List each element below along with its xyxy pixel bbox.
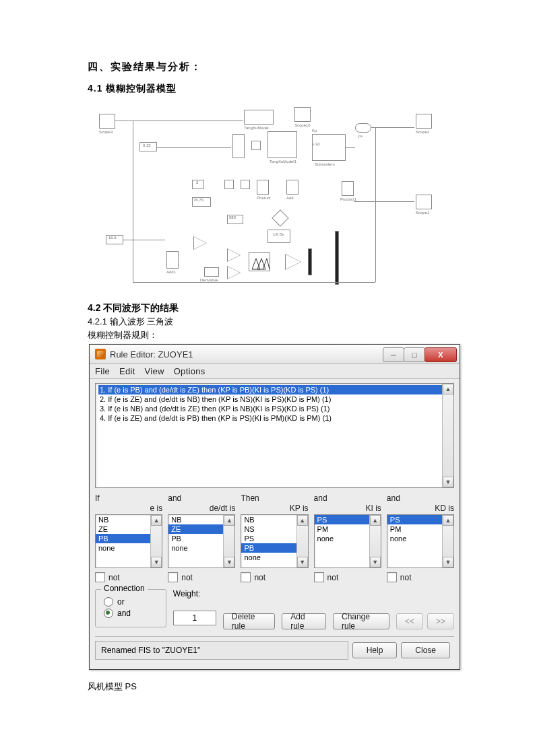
menu-view[interactable]: View [145, 366, 164, 376]
titlebar[interactable]: Rule Editor: ZUOYE1 ─ □ X [90, 345, 460, 364]
col-top-label: and [314, 493, 381, 503]
menu-edit[interactable]: Edit [119, 366, 135, 376]
add-rule-button[interactable]: Add rule [282, 613, 326, 629]
rule-editor-dialog: Rule Editor: ZUOYE1 ─ □ X File Edit View… [89, 344, 460, 670]
maximize-button[interactable]: □ [404, 347, 425, 362]
not-checkbox[interactable] [95, 572, 105, 582]
rule-row[interactable]: 2. If (e is ZE) and (de/dt is NB) then (… [98, 394, 451, 404]
change-rule-button[interactable]: Change rule [333, 613, 389, 629]
not-label: not [254, 573, 265, 582]
subheading-4-2: 4.2 不同波形下的结果 [88, 302, 447, 314]
list-item[interactable]: none [315, 534, 381, 543]
scroll-down-icon[interactable]: ▼ [224, 557, 234, 568]
col-sub-label: de/dt is [168, 504, 235, 513]
scroll-up-icon[interactable]: ▲ [443, 515, 453, 526]
listbox-dedt[interactable]: ▲▼NBZEPBnone [168, 514, 235, 568]
list-item[interactable]: none [168, 543, 234, 553]
not-checkbox[interactable] [387, 572, 397, 582]
not-label: not [327, 573, 339, 582]
status-text: Renamed FIS to "ZUOYE1" [95, 641, 348, 660]
rules-label: 模糊控制器规则： [88, 329, 447, 341]
rule-row[interactable]: 4. If (e is ZE) and (de/dt is PB) then (… [98, 413, 451, 423]
matlab-icon [95, 349, 106, 359]
not-checkbox[interactable] [168, 572, 178, 582]
connection-legend: Connection [101, 584, 148, 593]
prev-rule-button[interactable]: << [396, 613, 423, 629]
not-label: not [181, 573, 193, 582]
subheading-4-2-1: 4.2.1 输入波形 三角波 [88, 316, 447, 328]
list-item[interactable]: none [96, 543, 162, 553]
col-top-label: Then [241, 493, 308, 503]
not-checkbox[interactable] [314, 572, 324, 582]
delete-rule-button[interactable]: Delete rule [223, 613, 275, 629]
col-sub-label: e is [95, 504, 162, 513]
scroll-up-icon[interactable]: ▲ [443, 384, 453, 394]
radio-and-dot [104, 609, 113, 618]
close-button[interactable]: Close [401, 642, 450, 658]
scroll-down-icon[interactable]: ▼ [151, 557, 162, 568]
list-item[interactable]: NS [241, 524, 307, 534]
radio-or-dot [104, 597, 113, 607]
list-item[interactable]: none [387, 534, 453, 543]
not-label: not [108, 573, 120, 582]
listbox-kp[interactable]: ▲▼NBNSPSPBnone [241, 514, 308, 568]
list-item[interactable]: ZE [168, 524, 234, 534]
subheading-4-1: 4.1 模糊控制器模型 [88, 83, 447, 95]
window-title: Rule Editor: ZUOYE1 [110, 349, 383, 359]
col-top-label: and [168, 493, 235, 503]
scroll-down-icon[interactable]: ▼ [443, 477, 453, 487]
next-rule-button[interactable]: >> [427, 613, 454, 629]
section-heading: 四、实验结果与分析： [88, 61, 447, 73]
radio-or[interactable]: or [104, 597, 158, 607]
rule-list[interactable]: ▲ ▼ 1. If (e is PB) and (de/dt is ZE) th… [95, 383, 454, 488]
listbox-kd[interactable]: ▲▼PSPMnone [387, 514, 454, 568]
not-checkbox[interactable] [241, 572, 251, 582]
list-item[interactable]: PM [315, 524, 381, 534]
col-sub-label: KP is [241, 504, 308, 513]
radio-and[interactable]: and [104, 609, 158, 618]
list-item[interactable]: PB [168, 534, 234, 543]
rule-row[interactable]: 3. If (e is NB) and (de/dt is ZE) then (… [98, 404, 451, 413]
menu-file[interactable]: File [95, 366, 110, 376]
col-top-label: If [95, 493, 162, 503]
weight-label: Weight: [173, 589, 216, 598]
scroll-up-icon[interactable]: ▲ [224, 515, 234, 526]
minimize-button[interactable]: ─ [383, 347, 404, 362]
footer-text: 风机模型 PS [88, 681, 447, 693]
scroll-up-icon[interactable]: ▲ [151, 515, 162, 526]
weight-input[interactable]: 1 [173, 611, 216, 625]
col-top-label: and [387, 493, 454, 503]
listbox-e[interactable]: ▲▼NBZEPBnone [95, 514, 162, 568]
menu-options[interactable]: Options [174, 366, 206, 376]
scroll-up-icon[interactable]: ▲ [297, 515, 308, 526]
col-sub-label: KD is [387, 504, 454, 513]
col-sub-label: KI is [314, 504, 381, 513]
list-item[interactable]: PM [387, 524, 453, 534]
scroll-down-icon[interactable]: ▼ [443, 557, 453, 568]
scroll-down-icon[interactable]: ▼ [297, 557, 308, 568]
simulink-diagram: Scope3 TangXuModel Scope10 Scope2 pv Tan… [92, 107, 443, 296]
rule-row[interactable]: 1. If (e is PB) and (de/dt is ZE) then (… [98, 385, 451, 394]
list-item[interactable]: PS [241, 534, 307, 543]
connection-group: Connection or and [95, 589, 166, 627]
scroll-down-icon[interactable]: ▼ [370, 557, 381, 568]
list-item[interactable]: ZE [96, 524, 162, 534]
not-label: not [400, 573, 412, 582]
scroll-up-icon[interactable]: ▲ [370, 515, 381, 526]
close-window-button[interactable]: X [424, 347, 457, 362]
listbox-ki[interactable]: ▲▼PSPMnone [314, 514, 381, 568]
help-button[interactable]: Help [352, 642, 398, 658]
list-item[interactable]: PB [96, 534, 162, 543]
list-item[interactable]: PB [241, 543, 307, 553]
menubar: File Edit View Options [90, 364, 460, 379]
